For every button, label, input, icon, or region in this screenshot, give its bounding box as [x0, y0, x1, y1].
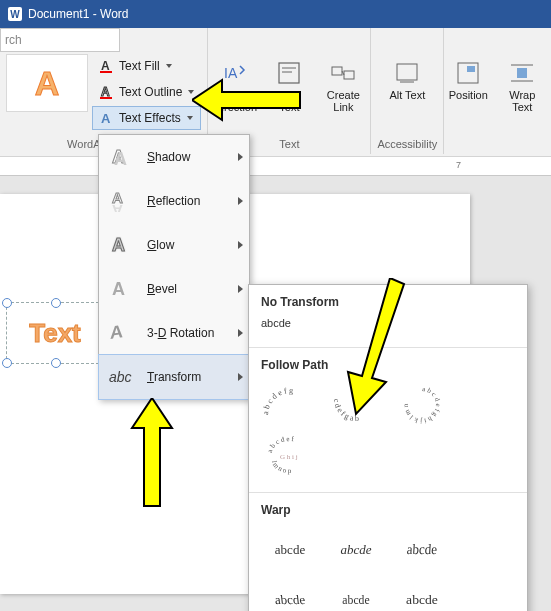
menu-label: Glow [147, 238, 239, 252]
menu-item-3d-rotation[interactable]: A 3-D Rotation [99, 311, 249, 355]
position-button[interactable]: Position [443, 54, 493, 106]
warp-option[interactable]: abcde [325, 527, 387, 573]
menu-item-shadow[interactable]: AA Shadow [99, 135, 249, 179]
svg-text:a b c d e f g: a b c d e f g [262, 386, 293, 415]
text-fill-button[interactable]: A Text Fill [92, 54, 201, 78]
menu-label: 3-D Rotation [147, 326, 239, 340]
align-text-icon [275, 59, 303, 87]
no-transform-option[interactable]: abcde [249, 315, 527, 337]
submenu-arrow-icon [238, 241, 243, 249]
svg-text:a b c d e f g h i j k l m n: a b c d e f g h i j k l m n [402, 385, 442, 425]
glow-icon: AA [109, 233, 137, 257]
text-outline-icon: A [99, 84, 115, 100]
align-text-button[interactable]: Align Text [264, 54, 314, 118]
svg-text:A: A [114, 149, 127, 168]
text-direction-button[interactable]: IA Text Direction [210, 54, 260, 118]
ribbon: rch A A Text Fill [0, 28, 551, 157]
svg-text:G h i j: G h i j [280, 453, 298, 461]
transform-icon: abc [109, 365, 137, 389]
menu-label: Bevel [147, 282, 239, 296]
warp-option[interactable]: abcde [328, 577, 384, 611]
svg-rect-3 [100, 97, 112, 99]
svg-rect-11 [397, 64, 417, 80]
create-link-label: Create Link [321, 89, 365, 113]
follow-path-button[interactable]: a b c d e fG h i jl m n o p [259, 432, 321, 478]
title-bar: W Document1 - Word [0, 0, 551, 28]
dropdown-caret-icon [187, 116, 193, 120]
text-effects-label: Text Effects [119, 111, 181, 125]
follow-path-circle[interactable]: a b c d e f g h i j k l m n [391, 382, 453, 428]
menu-item-reflection[interactable]: AA Reflection [99, 179, 249, 223]
text-effects-button[interactable]: A Text Effects [92, 106, 201, 130]
svg-rect-1 [100, 71, 112, 73]
follow-path-arch-up[interactable]: a b c d e f g [259, 382, 321, 428]
wrap-text-button[interactable]: Wrap Text [497, 54, 547, 118]
group-accessibility: Alt Text Accessibility [371, 28, 444, 154]
text-fill-icon: A [99, 58, 115, 74]
svg-text:A: A [101, 111, 111, 126]
svg-text:A: A [112, 202, 123, 212]
wordart-object[interactable]: Text [6, 302, 104, 364]
group-label: Text [279, 138, 299, 152]
svg-text:l m n o p: l m n o p [270, 460, 292, 475]
wordart-text: Text [29, 318, 81, 349]
menu-label: Reflection [147, 194, 239, 208]
shadow-icon: AA [109, 145, 137, 169]
text-outline-button[interactable]: A Text Outline [92, 80, 201, 104]
text-direction-icon: IA [221, 59, 249, 87]
svg-text:c d e f g a b: c d e f g a b [332, 398, 359, 423]
submenu-arrow-icon [238, 285, 243, 293]
rotation-icon: A [109, 321, 137, 345]
wrap-text-icon [508, 59, 536, 87]
create-link-button[interactable]: Create Link [318, 54, 368, 118]
bevel-icon: A [109, 277, 137, 301]
menu-label: Transform [147, 370, 239, 384]
svg-text:A: A [101, 59, 110, 73]
alt-text-label: Alt Text [389, 89, 425, 101]
menu-item-bevel[interactable]: A Bevel [99, 267, 249, 311]
follow-path-arch-down[interactable]: c d e f g a b [325, 382, 387, 428]
alt-text-button[interactable]: Alt Text [382, 54, 432, 106]
resize-handle[interactable] [51, 358, 61, 368]
alt-text-icon [393, 59, 421, 87]
resize-handle[interactable] [2, 298, 12, 308]
svg-rect-9 [332, 67, 342, 75]
word-app-icon: W [8, 7, 22, 21]
submenu-arrow-icon [238, 197, 243, 205]
submenu-arrow-icon [238, 153, 243, 161]
resize-handle[interactable] [2, 358, 12, 368]
horizontal-ruler[interactable]: 7 [0, 157, 551, 176]
align-text-label: Align Text [267, 89, 311, 113]
dropdown-caret-icon [188, 90, 194, 94]
warp-option[interactable]: abcde [389, 577, 454, 611]
reflection-icon: AA [109, 189, 137, 213]
svg-text:A: A [112, 279, 125, 299]
ruler-mark: 7 [456, 160, 461, 170]
svg-rect-14 [467, 66, 475, 72]
search-placeholder: rch [5, 33, 22, 47]
transform-gallery: No Transform abcde Follow Path a b c d e… [248, 284, 528, 611]
text-outline-label: Text Outline [119, 85, 182, 99]
menu-item-transform[interactable]: abc Transform [98, 354, 250, 400]
section-warp: Warp [249, 493, 527, 523]
wrap-text-label: Wrap Text [500, 89, 544, 113]
group-label: Accessibility [377, 138, 437, 152]
text-effects-icon: A [99, 110, 115, 126]
submenu-arrow-icon [238, 329, 243, 337]
warp-option[interactable]: abcde [389, 525, 454, 576]
svg-rect-10 [344, 71, 354, 79]
svg-rect-15 [517, 68, 527, 78]
resize-handle[interactable] [51, 298, 61, 308]
svg-text:a b c d e f: a b c d e f [266, 435, 295, 453]
warp-option[interactable]: abcde [257, 577, 324, 611]
position-label: Position [449, 89, 488, 101]
svg-text:A: A [110, 322, 123, 343]
wordart-gallery[interactable]: A [6, 54, 88, 112]
section-follow-path: Follow Path [249, 348, 527, 378]
group-label [514, 138, 517, 152]
svg-text:abc: abc [109, 369, 132, 385]
text-direction-label: Text Direction [213, 89, 257, 113]
menu-item-glow[interactable]: AA Glow [99, 223, 249, 267]
warp-option[interactable]: abcde [259, 527, 321, 573]
search-input[interactable]: rch [0, 28, 120, 52]
